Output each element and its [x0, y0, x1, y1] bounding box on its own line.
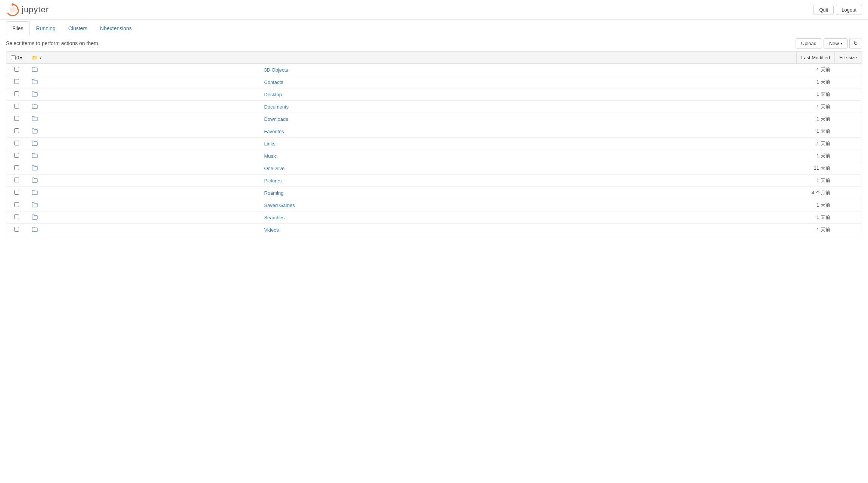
logout-button[interactable]: Logout: [836, 5, 862, 15]
select-all-checkbox[interactable]: [11, 55, 16, 60]
tab-files[interactable]: Files: [6, 21, 30, 35]
row-checkbox[interactable]: [14, 116, 19, 121]
header-buttons: Quit Logout: [813, 5, 862, 15]
row-checkbox[interactable]: [14, 153, 19, 158]
folder-icon: [32, 79, 38, 85]
row-checkbox[interactable]: [14, 141, 19, 145]
row-modified-cell: 1 天前: [796, 88, 834, 101]
refresh-button[interactable]: ↻: [849, 38, 862, 48]
folder-icon: [32, 129, 38, 135]
file-name-link[interactable]: Contacts: [264, 79, 283, 85]
row-modified-cell: 1 天前: [796, 211, 834, 224]
row-icon-cell: [27, 187, 260, 199]
row-checkbox-cell: [6, 64, 27, 76]
select-all-cell: 0 ▾: [6, 52, 27, 64]
row-icon-cell: [27, 224, 260, 236]
new-button[interactable]: New ▾: [824, 38, 848, 48]
toolbar-instruction: Select items to perform actions on them.: [6, 40, 100, 46]
row-checkbox[interactable]: [14, 67, 19, 72]
file-browser: 0 ▾ 📁 / Last Modified File size: [0, 51, 868, 242]
row-name-cell: Videos: [259, 224, 796, 236]
toolbar: Select items to perform actions on them.…: [0, 35, 868, 51]
row-modified-cell: 1 天前: [796, 224, 834, 236]
row-modified-cell: 1 天前: [796, 150, 834, 162]
row-checkbox[interactable]: [14, 202, 19, 207]
row-checkbox-cell: [6, 101, 27, 113]
breadcrumb-cell: 📁 /: [27, 52, 797, 64]
file-name-link[interactable]: Desktop: [264, 92, 282, 97]
row-checkbox[interactable]: [14, 165, 19, 170]
logo-text: jupyter: [22, 5, 49, 15]
row-modified-cell: 11 天前: [796, 162, 834, 175]
tab-running[interactable]: Running: [30, 21, 62, 35]
row-checkbox[interactable]: [14, 128, 19, 133]
row-checkbox-cell: [6, 211, 27, 224]
modified-col-header[interactable]: Last Modified: [796, 52, 834, 64]
row-name-cell: Documents: [259, 101, 796, 113]
row-size-cell: [835, 101, 862, 113]
row-checkbox[interactable]: [14, 214, 19, 219]
tab-nbextensions[interactable]: Nbextensions: [94, 21, 138, 35]
select-dropdown-arrow[interactable]: ▾: [20, 55, 22, 60]
table-row: Music1 天前: [6, 150, 862, 162]
file-name-link[interactable]: Saved Games: [264, 203, 295, 208]
row-size-cell: [835, 88, 862, 101]
row-name-cell: Pictures: [259, 175, 796, 187]
breadcrumb-row: 0 ▾ 📁 / Last Modified File size: [6, 52, 862, 64]
size-col-header[interactable]: File size: [835, 52, 862, 64]
table-row: Pictures1 天前: [6, 175, 862, 187]
table-row: Searches1 天前: [6, 211, 862, 224]
row-checkbox-cell: [6, 175, 27, 187]
row-name-cell: Searches: [259, 211, 796, 224]
file-name-link[interactable]: Roaming: [264, 190, 283, 196]
row-checkbox[interactable]: [14, 190, 19, 195]
quit-button[interactable]: Quit: [813, 5, 834, 15]
file-table: 0 ▾ 📁 / Last Modified File size: [6, 51, 862, 236]
row-modified-cell: 1 天前: [796, 138, 834, 150]
select-count-area: 0 ▾: [11, 55, 22, 60]
row-name-cell: Favorites: [259, 125, 796, 138]
row-icon-cell: [27, 199, 260, 211]
table-row: 3D Objects1 天前: [6, 64, 862, 76]
upload-button[interactable]: Upload: [796, 38, 822, 48]
new-dropdown-arrow: ▾: [840, 41, 842, 46]
row-checkbox[interactable]: [14, 91, 19, 96]
row-modified-cell: 1 天前: [796, 76, 834, 88]
breadcrumb-path[interactable]: /: [40, 55, 41, 60]
row-checkbox-cell: [6, 88, 27, 101]
row-checkbox-cell: [6, 199, 27, 211]
breadcrumb-area: 📁 /: [32, 55, 792, 60]
row-size-cell: [835, 125, 862, 138]
file-name-link[interactable]: Pictures: [264, 178, 281, 184]
row-checkbox-cell: [6, 187, 27, 199]
file-name-link[interactable]: Links: [264, 141, 275, 147]
file-name-link[interactable]: Favorites: [264, 129, 284, 134]
file-name-link[interactable]: Searches: [264, 215, 284, 220]
tab-clusters[interactable]: Clusters: [62, 21, 94, 35]
file-name-link[interactable]: OneDrive: [264, 166, 284, 171]
file-name-link[interactable]: Music: [264, 153, 277, 159]
file-name-link[interactable]: Documents: [264, 104, 289, 110]
toolbar-actions: Upload New ▾ ↻: [796, 38, 862, 48]
row-name-cell: Music: [259, 150, 796, 162]
table-row: Saved Games1 天前: [6, 199, 862, 211]
table-row: Documents1 天前: [6, 101, 862, 113]
row-checkbox-cell: [6, 76, 27, 88]
file-name-link[interactable]: Videos: [264, 227, 279, 233]
size-header-content[interactable]: File size: [839, 55, 857, 60]
row-checkbox[interactable]: [14, 178, 19, 182]
file-name-link[interactable]: Downloads: [264, 116, 288, 122]
row-modified-cell: 1 天前: [796, 125, 834, 138]
row-modified-cell: 1 天前: [796, 199, 834, 211]
file-name-link[interactable]: 3D Objects: [264, 67, 288, 73]
row-checkbox[interactable]: [14, 104, 19, 109]
row-icon-cell: [27, 64, 260, 76]
new-button-label: New: [829, 41, 839, 46]
row-checkbox-cell: [6, 150, 27, 162]
modified-header-content[interactable]: Last Modified: [801, 55, 830, 60]
row-checkbox[interactable]: [14, 79, 19, 84]
row-checkbox[interactable]: [14, 227, 19, 232]
table-row: Links1 天前: [6, 138, 862, 150]
folder-icon: [32, 141, 38, 147]
row-checkbox-cell: [6, 113, 27, 125]
